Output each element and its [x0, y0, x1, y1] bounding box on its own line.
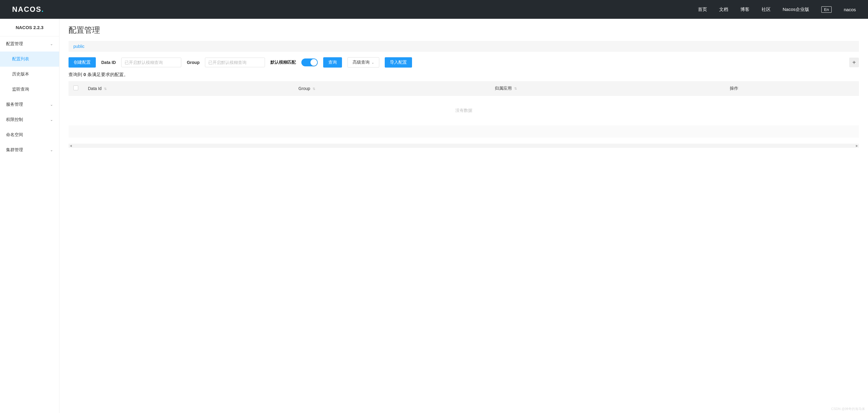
- config-table: Data Id⇅ Group⇅ 归属应用⇅ 操作 没有数据: [68, 81, 859, 137]
- language-toggle[interactable]: En: [821, 6, 832, 13]
- nav-community[interactable]: 社区: [762, 7, 771, 12]
- select-all-checkbox[interactable]: [73, 86, 78, 90]
- switch-knob-icon: [310, 59, 317, 66]
- nav-blog[interactable]: 博客: [740, 7, 749, 12]
- sidebar-label: 监听查询: [12, 87, 29, 92]
- chevron-down-icon: ⌄: [50, 42, 53, 46]
- fuzzy-match-label: 默认模糊匹配: [271, 60, 296, 65]
- plus-icon: +: [852, 59, 856, 66]
- nav-user[interactable]: nacos: [844, 7, 856, 12]
- data-id-input[interactable]: [121, 58, 181, 67]
- create-config-button[interactable]: 创建配置: [68, 57, 96, 68]
- add-button[interactable]: +: [849, 58, 859, 67]
- sidebar-item-service-mgmt[interactable]: 服务管理 ⌄: [0, 97, 59, 112]
- namespace-bar: public: [68, 41, 859, 52]
- group-label: Group: [187, 60, 199, 65]
- logo-dot-icon: .: [41, 5, 44, 13]
- table-empty-row: 没有数据: [68, 96, 859, 126]
- sidebar-label: 集群管理: [6, 147, 23, 153]
- sidebar-label: 命名空间: [6, 132, 23, 137]
- sort-icon: ⇅: [514, 87, 517, 90]
- table-footer: [68, 125, 859, 137]
- watermark: CSDN @神奇的海马体: [831, 407, 865, 411]
- sidebar-item-auth[interactable]: 权限控制 ⌄: [0, 112, 59, 127]
- horizontal-scrollbar[interactable]: ◀ ▶: [68, 144, 859, 148]
- main-content: 配置管理 public 创建配置 Data ID Group 默认模糊匹配 查询…: [59, 19, 868, 413]
- table-header-checkbox: [68, 81, 83, 96]
- chevron-down-icon: ⌄: [50, 102, 53, 107]
- sidebar-label: 配置管理: [6, 41, 23, 47]
- query-button[interactable]: 查询: [323, 57, 342, 68]
- sidebar-item-history[interactable]: 历史版本: [0, 67, 59, 82]
- sidebar-title: NACOS 2.2.3: [0, 19, 59, 36]
- logo-text: NACOS: [12, 5, 41, 13]
- sort-icon: ⇅: [313, 87, 315, 91]
- advanced-query-button[interactable]: 高级查询 ⌄: [347, 57, 379, 68]
- table-header-group[interactable]: Group⇅: [293, 81, 490, 96]
- chevron-down-icon: ⌄: [50, 148, 53, 152]
- chevron-down-icon: ⌄: [371, 61, 374, 65]
- table-header-app[interactable]: 归属应用⇅: [490, 81, 724, 96]
- table-header-data-id[interactable]: Data Id⇅: [83, 81, 293, 96]
- nav-docs[interactable]: 文档: [719, 7, 728, 12]
- data-id-label: Data ID: [101, 60, 116, 65]
- toolbar: 创建配置 Data ID Group 默认模糊匹配 查询 高级查询 ⌄ 导入配置…: [68, 57, 859, 68]
- sidebar-item-config-list[interactable]: 配置列表: [0, 52, 59, 67]
- sidebar-item-cluster[interactable]: 集群管理 ⌄: [0, 142, 59, 158]
- table-header-ops: 操作: [725, 81, 859, 96]
- sidebar-label: 权限控制: [6, 117, 23, 122]
- sidebar-label: 历史版本: [12, 71, 29, 77]
- group-input[interactable]: [205, 58, 265, 67]
- sidebar-item-listener-query[interactable]: 监听查询: [0, 82, 59, 97]
- sidebar-label: 服务管理: [6, 102, 23, 107]
- app-header: NACOS. 首页 文档 博客 社区 Nacos企业版 En nacos: [0, 0, 868, 19]
- fuzzy-match-toggle[interactable]: [301, 59, 318, 66]
- chevron-down-icon: ⌄: [50, 118, 53, 122]
- page-title: 配置管理: [68, 25, 859, 35]
- advanced-query-label: 高级查询: [352, 60, 370, 65]
- import-config-button[interactable]: 导入配置: [385, 57, 412, 68]
- sidebar-item-config-mgmt[interactable]: 配置管理 ⌄: [0, 36, 59, 52]
- scroll-right-icon[interactable]: ▶: [855, 144, 859, 148]
- result-summary: 查询到 0 条满足要求的配置。: [68, 72, 859, 77]
- sidebar: NACOS 2.2.3 配置管理 ⌄ 配置列表 历史版本 监听查询 服务管理 ⌄…: [0, 19, 59, 413]
- result-count: 0: [83, 72, 86, 77]
- namespace-tab-public[interactable]: public: [73, 44, 85, 49]
- scroll-left-icon[interactable]: ◀: [68, 144, 73, 148]
- logo[interactable]: NACOS.: [12, 5, 43, 13]
- header-nav: 首页 文档 博客 社区 Nacos企业版 En nacos: [698, 6, 856, 13]
- nav-home[interactable]: 首页: [698, 7, 707, 12]
- sidebar-item-namespace[interactable]: 命名空间: [0, 127, 59, 142]
- sort-icon: ⇅: [104, 87, 107, 91]
- sidebar-label: 配置列表: [12, 56, 29, 62]
- empty-message: 没有数据: [68, 96, 859, 126]
- nav-enterprise[interactable]: Nacos企业版: [783, 7, 809, 12]
